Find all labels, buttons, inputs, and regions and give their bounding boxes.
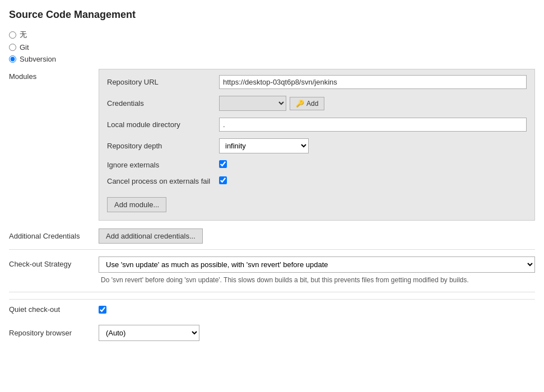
repository-depth-select[interactable]: infinity empty files immediates — [219, 138, 309, 153]
add-credentials-button[interactable]: 🔑 Add — [290, 97, 324, 110]
repository-depth-value: infinity empty files immediates — [219, 138, 527, 153]
page-container: Source Code Management 无 Git Subversion … — [0, 0, 544, 392]
quiet-checkout-label: Quiet check-out — [9, 305, 99, 314]
additional-credentials-label: Additional Credentials — [9, 232, 99, 240]
checkout-strategy-label: Check-out Strategy — [9, 256, 99, 268]
cancel-process-row: Cancel process on externals fail — [107, 176, 527, 186]
credentials-select[interactable] — [219, 96, 286, 111]
local-module-directory-label: Local module directory — [107, 120, 219, 129]
scm-radio-none[interactable] — [9, 31, 16, 39]
credentials-row: Credentials 🔑 Add — [107, 96, 527, 111]
repository-url-input[interactable] — [219, 75, 527, 89]
modules-container: Modules Repository URL Credentials — [9, 69, 535, 221]
checkout-hint: Do 'svn revert' before doing 'svn update… — [99, 276, 535, 284]
cancel-process-label: Cancel process on externals fail — [107, 177, 219, 185]
checkout-strategy-select[interactable]: Use 'svn update' as much as possible, wi… — [99, 256, 535, 273]
add-module-button[interactable]: Add module... — [107, 197, 166, 212]
scm-label-none: 无 — [20, 30, 27, 40]
scm-label-git: Git — [20, 43, 29, 52]
scm-option-git: Git — [9, 43, 535, 52]
scm-option-subversion: Subversion — [9, 55, 535, 63]
scm-label-subversion: Subversion — [20, 55, 56, 63]
local-module-directory-row: Local module directory — [107, 118, 527, 132]
ignore-externals-label: Ignore externals — [107, 161, 219, 169]
add-additional-credentials-button[interactable]: Add additional credentials... — [99, 228, 203, 244]
modules-label: Modules — [9, 69, 99, 221]
page-title: Source Code Management — [9, 9, 535, 21]
credentials-label: Credentials — [107, 99, 219, 108]
scm-radio-subversion[interactable] — [9, 55, 16, 63]
repository-url-label: Repository URL — [107, 78, 219, 86]
repository-url-row: Repository URL — [107, 75, 527, 89]
cancel-process-value — [219, 176, 527, 186]
credentials-value: 🔑 Add — [219, 96, 527, 111]
quiet-checkout-row: Quiet check-out — [9, 299, 535, 319]
additional-credentials-row: Additional Credentials Add additional cr… — [9, 228, 535, 250]
repository-url-value — [219, 75, 527, 89]
quiet-checkout-checkbox[interactable] — [99, 306, 106, 314]
add-button-label: Add — [306, 100, 318, 108]
subversion-section: Modules Repository URL Credentials — [9, 69, 535, 341]
repository-browser-label: Repository browser — [9, 329, 99, 337]
local-module-directory-value — [219, 118, 527, 132]
ignore-externals-value — [219, 160, 527, 170]
ignore-externals-row: Ignore externals — [107, 160, 527, 170]
scm-option-none: 无 — [9, 30, 535, 40]
repository-depth-label: Repository depth — [107, 142, 219, 150]
local-module-directory-input[interactable] — [219, 118, 527, 132]
ignore-externals-checkbox[interactable] — [219, 160, 227, 168]
repository-browser-select[interactable]: (Auto) ViewSVN FishEye Assembla — [99, 325, 199, 341]
modules-content: Repository URL Credentials 🔑 Add — [99, 69, 535, 221]
checkout-strategy-row: Check-out Strategy Use 'svn update' as m… — [9, 256, 535, 290]
scm-options: 无 Git Subversion — [9, 30, 535, 63]
cancel-process-checkbox[interactable] — [219, 176, 227, 184]
divider — [9, 292, 535, 292]
key-icon: 🔑 — [296, 100, 304, 108]
checkout-strategy-content: Use 'svn update' as much as possible, wi… — [99, 256, 535, 284]
repository-browser-row: Repository browser (Auto) ViewSVN FishEy… — [9, 325, 535, 341]
scm-radio-git[interactable] — [9, 44, 16, 51]
repository-depth-row: Repository depth infinity empty files im… — [107, 138, 527, 153]
